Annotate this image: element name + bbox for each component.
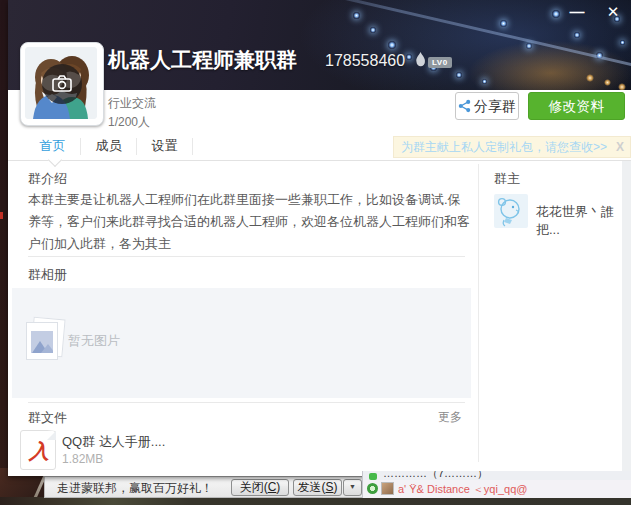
- minimize-button[interactable]: —: [566, 3, 588, 20]
- screen: 走进蒙联邦，赢取百万好礼！ 关闭(C) 发送(S) ▼ …………（7………） a…: [0, 0, 631, 505]
- light-dot: [482, 79, 487, 84]
- contact-list-window: …………（7………） a' Ÿ& Distance ＜yqi_qq@: [362, 471, 631, 498]
- adobe-pdf-glyph: 入: [21, 438, 57, 465]
- contact-row[interactable]: …………（7………）: [363, 471, 631, 480]
- light-dot: [500, 20, 507, 27]
- owner-avatar[interactable]: [494, 194, 528, 228]
- light-dot: [526, 43, 532, 49]
- content-divider: [478, 164, 479, 462]
- light-dot: [596, 52, 603, 59]
- contact-row-text: …………（7………）: [383, 471, 488, 480]
- group-icon: [369, 473, 377, 480]
- tab-separator: [192, 138, 193, 155]
- flame-icon: [415, 52, 426, 71]
- light-dot: [388, 41, 396, 49]
- qq-group-window: — ✕: [8, 0, 631, 476]
- chat-send-button[interactable]: 发送(S): [293, 479, 342, 496]
- share-icon: [458, 99, 471, 113]
- warm-light-dot: [586, 74, 594, 82]
- intro-text: 本群主要是让机器人工程师们在此群里面接一些兼职工作，比如设备调试.保养等，客户们…: [28, 189, 470, 255]
- contact-row-text: a' Ÿ& Distance ＜yqi_qq@: [398, 482, 527, 497]
- file-size: 1.82MB: [62, 452, 103, 466]
- section-divider: [28, 402, 465, 403]
- intro-heading: 群介绍: [28, 170, 67, 188]
- light-dot: [370, 27, 376, 33]
- gift-notice-text: 为群主献上私人定制礼包，请您查收>>: [401, 140, 607, 154]
- file-name[interactable]: QQ群 达人手册....: [62, 433, 165, 451]
- files-heading: 群文件: [28, 409, 67, 427]
- camera-icon[interactable]: [42, 64, 82, 104]
- send-options-dropdown[interactable]: ▼: [343, 479, 362, 496]
- chat-close-label-suffix: ): [276, 480, 280, 494]
- chat-close-label: 关闭(: [240, 480, 268, 494]
- chat-send-label-suffix: ): [334, 480, 338, 494]
- tab-settings[interactable]: 设置: [137, 133, 192, 160]
- album-heading: 群相册: [28, 266, 67, 284]
- photo-placeholder-icon: [26, 318, 64, 362]
- warm-light-dot: [604, 79, 611, 86]
- notice-close-icon[interactable]: X: [616, 137, 624, 157]
- share-button-label: 分享群: [474, 98, 516, 114]
- album-empty-text: 暂无图片: [68, 332, 120, 350]
- contact-row[interactable]: a' Ÿ& Distance ＜yqi_qq@: [363, 480, 631, 498]
- files-more-link[interactable]: 更多: [438, 409, 465, 426]
- chat-send-label: 发送(: [297, 480, 325, 494]
- album-empty-panel: 暂无图片: [12, 288, 471, 398]
- share-group-button[interactable]: 分享群: [455, 92, 519, 120]
- close-button[interactable]: ✕: [602, 3, 624, 21]
- taskbar-strip: [0, 497, 631, 505]
- bear-cartoon-icon: [494, 194, 528, 228]
- contact-avatar: [381, 482, 394, 495]
- group-avatar[interactable]: [20, 42, 104, 126]
- edit-profile-button[interactable]: 修改资料: [528, 92, 625, 120]
- group-number: 178558460: [325, 52, 405, 70]
- light-dot: [406, 54, 412, 60]
- chevron-down-icon: ▼: [349, 483, 356, 490]
- chat-close-button[interactable]: 关闭(C): [231, 479, 289, 496]
- tab-members[interactable]: 成员: [81, 133, 136, 160]
- pdf-file-icon[interactable]: 入: [20, 430, 56, 470]
- owner-heading: 群主: [494, 170, 520, 188]
- status-icon: [367, 483, 378, 494]
- light-dot: [456, 72, 462, 78]
- group-category: 行业交流: [108, 95, 156, 112]
- gift-notice-banner[interactable]: 为群主献上私人定制礼包，请您查收>> X: [393, 136, 631, 158]
- section-divider: [28, 256, 465, 257]
- member-count: 1/200人: [108, 114, 150, 131]
- chat-send-mnemonic: S: [325, 480, 333, 494]
- ad-banner-text[interactable]: 走进蒙联邦，赢取百万好礼！: [57, 480, 213, 497]
- desktop-red-speck: [0, 212, 3, 219]
- light-dot: [620, 40, 625, 45]
- owner-name[interactable]: 花花世界丶誰把...: [536, 203, 631, 239]
- warm-light-dot: [618, 83, 626, 90]
- light-dot: [574, 32, 580, 38]
- level-badge: LV0: [428, 57, 452, 68]
- light-dot: [552, 10, 560, 18]
- light-dot: [353, 12, 360, 19]
- group-title: 机器人工程师兼职群: [108, 46, 297, 74]
